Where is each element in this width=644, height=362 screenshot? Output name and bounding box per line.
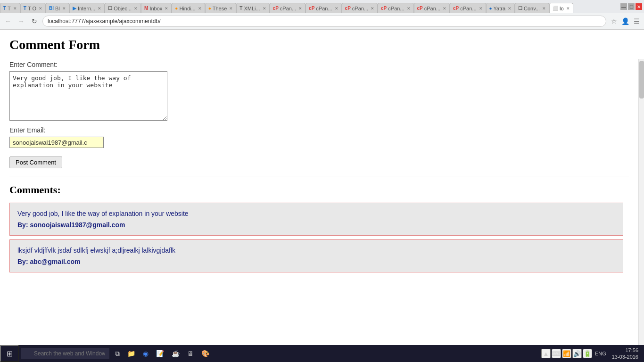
tab-label: T [8,6,11,11]
browser-chrome: TT✕TT O✕BlBl✕▶Intern...✕☐Objec...✕MInbox… [0,0,644,30]
language-label[interactable]: ENG [593,351,608,356]
system-tray: ▲ ⌨ 📶 🔊 🔋 ENG 17:56 13-03-2016 [541,347,644,361]
tab-label: Objec... [114,6,132,11]
date-display: 13-03-2016 [612,354,638,360]
tab-close-icon[interactable]: ✕ [13,6,17,11]
browser-tab-t16[interactable]: ●Yatra✕ [486,3,515,13]
tab-close-icon[interactable]: ✕ [443,6,446,11]
tab-close-icon[interactable]: ✕ [298,6,302,11]
notepad-button[interactable]: 📝 [152,345,168,362]
tab-close-icon[interactable]: ✕ [263,6,266,11]
tab-favicon: ☐ [108,6,112,11]
notepad-icon: 📝 [156,350,164,357]
tab-close-icon[interactable]: ✕ [98,6,101,11]
comment-form: Enter Comment: Enter Email: Post Comment [9,61,629,168]
chrome-button[interactable]: ◉ [139,345,152,362]
tab-close-icon[interactable]: ✕ [165,6,168,11]
browser-tab-t15[interactable]: cPcPan...✕ [450,3,486,13]
browser-tab-t17[interactable]: ☐Conv...✕ [515,3,549,13]
bookmark-icon[interactable]: ☆ [609,16,619,26]
tab-label: lo [560,6,564,11]
tab-close-icon[interactable]: ✕ [508,6,512,11]
comment-text-1: lksjdf vldjffvlk jsdaf sdlkfj elwskjf a;… [17,247,615,254]
volume-icon[interactable]: 🔊 [572,349,582,358]
forward-button[interactable]: → [16,16,26,26]
tab-close-icon[interactable]: ✕ [566,6,570,11]
browser-tab-t6[interactable]: MInbox✕ [141,3,172,13]
tab-favicon: cP [381,6,387,11]
tab-label: cPan... [316,6,332,11]
tab-label: XMLi... [244,6,260,11]
tab-close-icon[interactable]: ✕ [39,6,42,11]
refresh-button[interactable]: ↻ [29,16,40,26]
keyboard-icon[interactable]: ⌨ [552,349,561,358]
tab-close-icon[interactable]: ✕ [62,6,66,11]
scrollbar-thumb[interactable] [639,61,644,99]
tab-favicon: ☐ [518,6,522,11]
close-button[interactable]: ✕ [636,3,642,10]
browser-tab-t13[interactable]: cPcPan...✕ [378,3,413,13]
browser-tab-t5[interactable]: ☐Objec...✕ [105,3,141,13]
scrollbar-track[interactable] [638,59,644,362]
tab-close-icon[interactable]: ✕ [335,6,339,11]
back-button[interactable]: ← [3,16,13,26]
comment-by-0: By: sonoojaiswal1987@gmail.com [17,221,615,229]
misc2-button[interactable]: 🎨 [198,345,213,362]
tab-close-icon[interactable]: ✕ [371,6,374,11]
tab-favicon: cP [273,6,279,11]
tab-close-icon[interactable]: ✕ [229,6,233,11]
tab-favicon: ● [175,6,178,11]
tab-favicon: cP [309,6,314,11]
comment-by-1: By: abc@gmail.com [17,258,615,265]
browser-tab-t4[interactable]: ▶Intern...✕ [69,3,105,13]
battery-icon[interactable]: 🔋 [583,349,592,358]
network-icon[interactable]: 📶 [562,349,571,358]
tab-favicon: M [144,6,148,11]
taskbar: ⊞ 🔍 ⧉ 📁 ◉ 📝 ☕ 🖥 🎨 ▲ ⌨ 📶 🔊 🔋 ENG 17:56 13… [0,345,644,362]
taskbar-search-input[interactable] [21,348,109,359]
start-icon: ⊞ [7,349,13,358]
start-button[interactable]: ⊞ [0,345,19,362]
browser-tab-t7[interactable]: ●Hindi...✕ [172,3,205,13]
tab-favicon: ● [208,6,211,11]
show-hidden-button[interactable]: ▲ [541,349,551,358]
browser-tab-t11[interactable]: cPcPan...✕ [305,3,341,13]
tab-close-icon[interactable]: ✕ [479,6,483,11]
browser-tab-t10[interactable]: cPcPan...✕ [270,3,305,13]
tab-favicon: cP [453,6,459,11]
post-comment-button[interactable]: Post Comment [9,156,62,168]
tab-close-icon[interactable]: ✕ [407,6,411,11]
comment-label: Enter Comment: [9,61,629,68]
tab-favicon: ⬜ [553,6,558,11]
browser-tab-t8[interactable]: ●These✕ [205,3,237,13]
browser-tab-t3[interactable]: BlBl✕ [46,3,69,13]
comments-section: Comments: Very good job, I like the way … [9,184,629,272]
comment-text-0: Very good job, I like the way of explana… [17,210,615,217]
misc1-button[interactable]: 🖥 [183,345,198,362]
browser-tab-t12[interactable]: cPcPan...✕ [342,3,378,13]
file-explorer-button[interactable]: 📁 [124,345,139,362]
browser-tab-t2[interactable]: TT O✕ [20,3,46,13]
misc1-icon: 🖥 [187,350,194,357]
time-display: 17:56 [612,347,638,354]
tab-close-icon[interactable]: ✕ [542,6,546,11]
menu-icon[interactable]: ☰ [632,16,641,26]
clock[interactable]: 17:56 13-03-2016 [609,347,641,361]
browser-tab-t14[interactable]: cPcPan...✕ [414,3,450,13]
address-input[interactable] [42,16,606,27]
task-view-button[interactable]: ⧉ [111,345,124,362]
minimize-button[interactable]: — [620,3,627,10]
browser-tab-t1[interactable]: TT✕ [0,3,20,13]
browser-tab-t18[interactable]: ⬜lo✕ [549,3,573,13]
email-input[interactable] [9,137,104,148]
tab-close-icon[interactable]: ✕ [134,6,138,11]
tab-bar-row: TT✕TT O✕BlBl✕▶Intern...✕☐Objec...✕MInbox… [0,0,644,13]
comment-textarea[interactable] [9,71,167,121]
window-controls: — ☐ ✕ [619,0,644,13]
tab-label: cPan... [424,6,440,11]
browser-tab-t9[interactable]: TXMLi...✕ [236,3,269,13]
tab-close-icon[interactable]: ✕ [198,6,202,11]
java-button[interactable]: ☕ [168,345,183,362]
profile-icon[interactable]: 👤 [620,16,630,26]
maximize-button[interactable]: ☐ [628,3,635,10]
